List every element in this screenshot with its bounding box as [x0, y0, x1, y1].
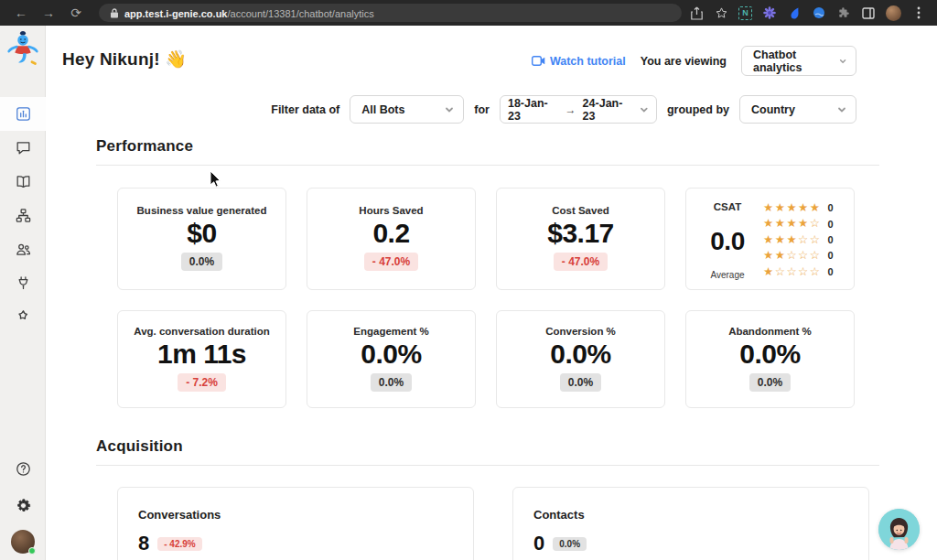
video-camera-icon — [532, 56, 545, 66]
divider — [96, 465, 879, 466]
sidebar — [0, 26, 46, 560]
extension-flame-icon[interactable] — [787, 5, 802, 20]
star-rating-icons: ★★★★★ — [763, 202, 822, 214]
acq-card-conversations: Conversations 8 - 42.9% — [117, 487, 474, 560]
kpi-card-csat: CSAT 0.0 Average ★★★★★0 ★★★★☆0 ★★★☆☆0 ★★… — [685, 188, 855, 290]
viewing-label: You are viewing — [641, 55, 727, 68]
mouse-cursor — [210, 170, 221, 188]
sidebar-item-contacts[interactable] — [0, 232, 46, 266]
acq-change-badge: 0.0% — [553, 537, 587, 551]
kpi-label: Cost Saved — [552, 205, 609, 216]
sidebar-item-integrations[interactable] — [0, 266, 46, 300]
kpi-card-avg-duration: Avg. conversation duration 1m 11s - 7.2% — [117, 310, 286, 408]
sidebar-item-help[interactable] — [0, 450, 46, 487]
for-label: for — [474, 103, 490, 116]
acq-change-badge: - 42.9% — [157, 537, 201, 551]
kpi-value: 0.0 — [710, 227, 744, 256]
address-bar[interactable]: app.test.i-genie.co.uk/account/13381/cha… — [99, 4, 682, 22]
spark-star-icon — [15, 308, 32, 326]
view-selector-dropdown[interactable]: Chatbot analytics — [741, 46, 856, 76]
acq-label: Contacts — [533, 508, 848, 522]
star-rating-icons: ★☆☆☆☆ — [763, 266, 822, 278]
browser-menu-icon[interactable] — [911, 5, 926, 20]
kpi-label: Engagement % — [353, 326, 428, 337]
extension-flower-icon[interactable] — [762, 5, 777, 20]
sidebar-item-bot-builder[interactable] — [0, 199, 46, 232]
kpi-value: 0.0% — [361, 339, 421, 370]
bot-filter-dropdown[interactable]: All Bots — [350, 95, 464, 124]
browser-toolbar: ← → ⟳ app.test.i-genie.co.uk/account/133… — [0, 0, 937, 26]
kpi-card-abandonment: Abandonment % 0.0% 0.0% — [685, 310, 855, 408]
kpi-value: $0 — [187, 218, 216, 249]
bookmark-star-icon[interactable] — [714, 5, 728, 20]
csat-row-3-star: ★★★☆☆0 — [763, 234, 845, 246]
user-avatar — [11, 530, 35, 554]
online-status-dot — [28, 547, 36, 555]
kpi-label: Abandonment % — [728, 326, 812, 337]
date-range-picker[interactable]: 18-Jan-23 → 24-Jan-23 — [500, 95, 657, 124]
book-icon — [15, 173, 32, 190]
kpi-change-badge: 0.0% — [560, 373, 601, 392]
watch-tutorial-link[interactable]: Watch tutorial — [532, 55, 626, 68]
genie-logo[interactable] — [6, 29, 39, 66]
kpi-label: CSAT — [714, 201, 741, 212]
share-icon[interactable] — [689, 5, 704, 20]
sidebar-item-analytics[interactable] — [0, 97, 46, 131]
kpi-change-badge: 0.0% — [181, 253, 222, 271]
sidebar-item-apps[interactable] — [0, 300, 46, 334]
grouped-by-label: grouped by — [667, 103, 729, 116]
star-rating-icons: ★★★★☆ — [763, 218, 822, 230]
extension-blue-round-icon[interactable] — [812, 5, 826, 20]
kpi-change-badge: - 47.0% — [554, 253, 608, 271]
url-domain: app.test.i-genie.co.uk — [124, 8, 227, 19]
sitemap-icon — [15, 207, 32, 224]
csat-row-4-star: ★★★★☆0 — [763, 218, 845, 230]
star-rating-icons: ★★☆☆☆ — [763, 250, 822, 262]
browser-profile-avatar[interactable] — [886, 5, 901, 21]
chevron-down-icon — [837, 105, 846, 114]
kpi-value: 1m 11s — [157, 339, 246, 370]
reload-button[interactable]: ⟳ — [66, 5, 86, 20]
kpi-label: Avg. conversation duration — [134, 326, 269, 337]
kpi-value: 0.0% — [739, 339, 800, 370]
csat-row-5-star: ★★★★★0 — [763, 202, 845, 214]
acq-card-contacts: Contacts 0 0.0% — [512, 487, 869, 560]
acq-value: 8 — [138, 532, 149, 555]
page-greeting: Hey Nikunj! 👋 — [62, 48, 187, 70]
users-icon — [15, 241, 32, 258]
group-by-dropdown[interactable]: Country — [739, 95, 856, 124]
back-button[interactable]: ← — [11, 5, 31, 20]
kpi-change-badge: - 47.0% — [364, 253, 418, 271]
filter-data-label: Filter data of — [271, 103, 339, 116]
extensions-puzzle-icon[interactable] — [836, 5, 851, 20]
sidebar-item-settings[interactable] — [0, 487, 46, 523]
side-panel-icon[interactable] — [861, 5, 876, 20]
chat-widget-launcher[interactable] — [878, 509, 920, 550]
divider — [96, 165, 879, 166]
kpi-card-engagement: Engagement % 0.0% 0.0% — [307, 310, 476, 408]
sidebar-item-profile[interactable] — [0, 523, 46, 560]
kpi-change-badge: 0.0% — [371, 373, 412, 392]
kpi-card-cost-saved: Cost Saved $3.17 - 47.0% — [496, 188, 665, 290]
kpi-change-badge: 0.0% — [749, 373, 791, 392]
csat-average-label: Average — [710, 270, 744, 280]
kpi-label: Conversion % — [545, 326, 616, 337]
help-icon — [15, 460, 32, 478]
extension-n-icon[interactable]: N — [738, 6, 752, 20]
forward-button[interactable]: → — [38, 5, 59, 20]
sidebar-item-conversations[interactable] — [0, 131, 46, 165]
performance-section-title: Performance — [96, 137, 193, 156]
kpi-card-business-value: Business value generated $0 0.0% — [117, 188, 286, 290]
chevron-down-icon — [839, 57, 846, 66]
chevron-down-icon — [640, 105, 649, 114]
kpi-value: $3.17 — [547, 218, 614, 249]
widget-avatar — [878, 509, 920, 550]
acquisition-section-title: Acquisition — [96, 437, 183, 456]
kpi-label: Hours Saved — [359, 205, 423, 216]
acq-label: Conversations — [138, 508, 453, 522]
kpi-label: Business value generated — [137, 205, 267, 216]
kpi-value: 0.0% — [550, 339, 610, 370]
main-content: Hey Nikunj! 👋 Watch tutorial You are vie… — [46, 26, 937, 560]
gear-icon — [15, 497, 32, 514]
sidebar-item-knowledge[interactable] — [0, 165, 46, 199]
